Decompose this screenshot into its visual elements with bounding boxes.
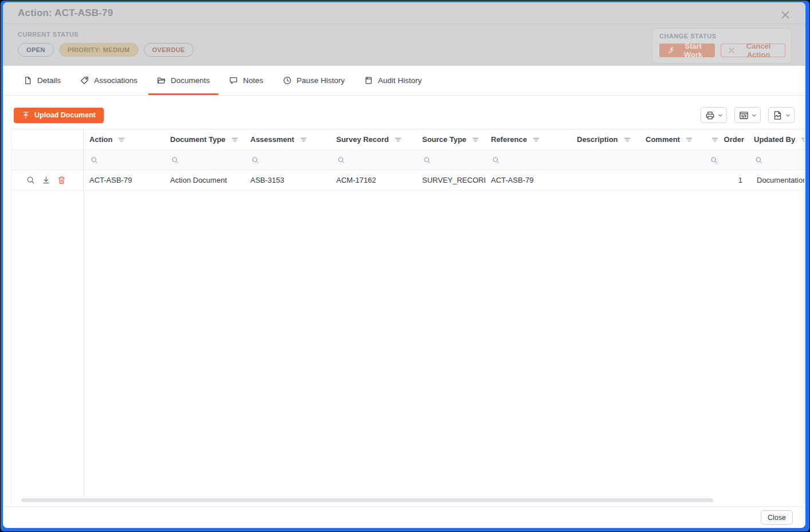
tab-details[interactable]: Details — [15, 66, 69, 95]
tab-label: Notes — [243, 76, 263, 85]
file-icon — [23, 76, 32, 85]
change-status-panel: CHANGE STATUS Start Work Cancel Action — [652, 28, 792, 64]
filter-cell-reference[interactable] — [485, 150, 571, 170]
printer-icon — [705, 111, 715, 120]
search-icon — [423, 156, 431, 164]
cell-comment — [640, 170, 707, 190]
close-icon[interactable] — [780, 10, 792, 21]
print-button[interactable] — [701, 107, 727, 123]
header-filter-icon[interactable] — [472, 136, 479, 143]
chevron-down-icon — [752, 113, 757, 118]
column-header-assessment[interactable]: Assessment — [245, 129, 331, 149]
search-icon — [337, 156, 345, 164]
filter-cell-survey-record[interactable] — [331, 150, 416, 170]
modal-title: Action: ACT-ASB-79 — [18, 7, 113, 19]
column-header-description[interactable]: Description — [571, 129, 640, 149]
column-header-document-type[interactable]: Document Type — [164, 129, 245, 149]
tab-label: Pause History — [297, 76, 345, 85]
column-label: Action — [89, 135, 112, 144]
cancel-action-button[interactable]: Cancel Action — [721, 44, 785, 57]
table-row[interactable]: ACT-ASB-79 Action Document ASB-3153 ACM-… — [11, 170, 805, 191]
column-separator — [84, 191, 84, 498]
cell-survey-record: ACM-17162 — [331, 170, 416, 190]
status-badge-priority: PRIORITY: MEDIUM — [59, 43, 139, 57]
header-filter-icon[interactable] — [118, 136, 125, 143]
column-label: Updated By — [754, 135, 795, 144]
column-header-updated-by[interactable]: Updated By — [748, 129, 805, 149]
filter-cell-source-type[interactable] — [416, 150, 485, 170]
horizontal-scrollbar[interactable] — [11, 498, 804, 506]
export-tools — [701, 107, 795, 123]
column-label: Survey Record — [336, 135, 389, 144]
header-filter-icon[interactable] — [801, 136, 805, 143]
header-filter-icon[interactable] — [624, 136, 631, 143]
file-export-button[interactable] — [768, 107, 795, 123]
start-work-label: Start Work — [679, 42, 707, 59]
close-button[interactable]: Close — [761, 510, 793, 525]
tab-audit-history[interactable]: Audit History — [356, 66, 431, 95]
header-filter-icon[interactable] — [395, 136, 402, 143]
column-label: Comment — [646, 135, 680, 144]
header-filter-icon[interactable] — [711, 136, 718, 143]
upload-document-label: Upload Document — [34, 111, 96, 119]
filter-cell-document-type[interactable] — [164, 150, 245, 170]
start-work-button[interactable]: Start Work — [659, 44, 715, 57]
tag-icon — [80, 76, 89, 85]
filter-cell-order[interactable] — [707, 150, 748, 170]
grid-empty-area — [11, 191, 804, 498]
export-file-icon — [773, 111, 783, 120]
header-filter-icon[interactable] — [300, 136, 307, 143]
grid-filter-row — [11, 150, 805, 170]
tab-bar: Details Associations Documents Notes Pau… — [3, 66, 805, 96]
grid-header-row: Action Document Type Assessment Survey R… — [11, 129, 805, 150]
tab-pause-history[interactable]: Pause History — [274, 66, 353, 95]
column-header-reference[interactable]: Reference — [485, 129, 571, 149]
chevron-down-icon — [785, 113, 791, 118]
cell-document-type: Action Document — [164, 170, 245, 190]
column-label: Source Type — [422, 135, 466, 144]
row-actions-cell — [11, 170, 84, 190]
filter-cell-updated-by[interactable] — [748, 150, 805, 170]
column-label: Order — [724, 135, 744, 144]
column-header-source-type[interactable]: Source Type — [416, 129, 485, 149]
cell-assessment: ASB-3153 — [245, 170, 331, 190]
upload-document-button[interactable]: Upload Document — [14, 108, 104, 123]
header-filter-icon[interactable] — [533, 136, 540, 143]
header-filter-icon[interactable] — [231, 136, 238, 143]
header-filter-icon[interactable] — [686, 136, 693, 143]
column-header-order[interactable]: Order — [707, 129, 748, 149]
change-status-label: CHANGE STATUS — [659, 33, 785, 40]
documents-grid-wrap: Action Document Type Assessment Survey R… — [3, 129, 805, 506]
filter-cell-action[interactable] — [84, 150, 164, 170]
column-label: Document Type — [170, 135, 226, 144]
filter-cell-assessment[interactable] — [245, 150, 331, 170]
search-icon — [171, 156, 179, 164]
column-header-action[interactable]: Action — [84, 129, 164, 149]
download-icon[interactable] — [42, 176, 50, 184]
cancel-action-label: Cancel Action — [739, 42, 778, 59]
code-export-button[interactable] — [734, 107, 761, 123]
documents-grid: Action Document Type Assessment Survey R… — [11, 129, 805, 506]
tab-documents[interactable]: Documents — [148, 66, 218, 95]
tab-label: Documents — [171, 76, 210, 85]
upload-icon — [22, 111, 30, 119]
column-header-survey-record[interactable]: Survey Record — [331, 129, 416, 149]
chat-bubble-icon — [229, 76, 238, 85]
grid-toolbar: Upload Document — [3, 96, 805, 129]
tab-associations[interactable]: Associations — [72, 66, 146, 95]
filter-cell-row-actions — [11, 150, 84, 170]
action-modal: Action: ACT-ASB-79 CURRENT STATUS OPEN P… — [3, 2, 805, 528]
cell-source-type: SURVEY_RECORD — [416, 170, 485, 190]
search-icon — [91, 156, 98, 164]
filter-cell-comment — [640, 150, 707, 170]
column-label: Description — [577, 135, 618, 144]
view-document-icon[interactable] — [26, 176, 35, 184]
scrollbar-thumb[interactable] — [21, 498, 713, 502]
delete-icon[interactable] — [57, 176, 66, 184]
x-icon — [728, 47, 735, 54]
column-header-row-actions — [11, 129, 84, 149]
column-header-comment[interactable]: Comment — [640, 129, 707, 149]
search-icon — [710, 156, 718, 164]
code-window-icon — [739, 111, 749, 120]
tab-notes[interactable]: Notes — [221, 66, 272, 95]
